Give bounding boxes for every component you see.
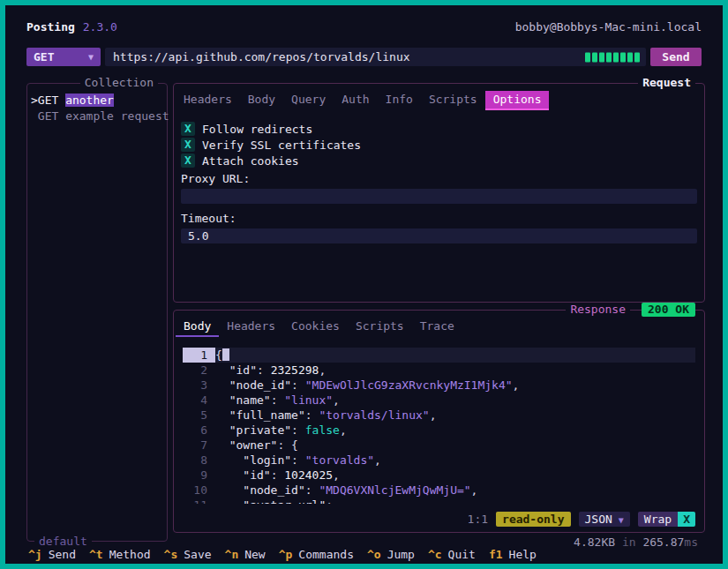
response-title: Response	[566, 303, 630, 317]
checkbox-mark: X	[181, 153, 195, 168]
checkbox-label: Follow redirects	[202, 123, 312, 136]
app-window: Posting2.3.0 bobby@Bobbys-Mac-mini.local…	[0, 0, 728, 569]
collection-item[interactable]: >GET another	[31, 93, 163, 109]
response-body-code[interactable]: 1{2 "id": 2325298,3 "node_id": "MDEwOlJl…	[183, 348, 695, 504]
posting-app: Posting2.3.0 bobby@Bobbys-Mac-mini.local…	[5, 5, 723, 564]
readonly-badge: read-only	[496, 512, 570, 527]
tab-body[interactable]: Body	[240, 91, 283, 109]
status-badge: 200 OK	[642, 303, 695, 317]
wrap-state: X	[678, 512, 695, 527]
trace-segment	[592, 52, 597, 62]
checkbox-verify-ssl-certificates[interactable]: XVerify SSL certificates	[181, 137, 697, 153]
format-select[interactable]: JSON▼	[579, 512, 630, 527]
format-label: JSON	[585, 513, 612, 526]
line-number: 4	[183, 393, 215, 408]
tab-trace[interactable]: Trace	[412, 318, 462, 335]
code-line: 11 "avatar_url":	[183, 498, 695, 504]
request-options-checkboxes: XFollow redirectsXVerify SSL certificate…	[181, 121, 697, 168]
line-number: 11	[183, 498, 215, 504]
trace-segment	[627, 52, 633, 62]
text-cursor	[222, 348, 229, 361]
tab-cookies[interactable]: Cookies	[283, 318, 348, 335]
line-number: 1	[183, 348, 215, 363]
url-bar: GET ▼ https://api.github.com/repos/torva…	[26, 48, 702, 66]
request-tabs: HeadersBodyQueryAuthInfoScriptsOptions	[176, 91, 697, 109]
code-line: 4 "name": "linux",	[183, 393, 695, 408]
chevron-down-icon: ▼	[88, 52, 94, 62]
code-line: 3 "node_id": "MDEwOlJlcG9zaXRvcnkyMzI1Mj…	[183, 378, 695, 393]
collection-item-method: GET	[38, 109, 65, 123]
checkbox-mark: X	[181, 138, 195, 152]
timeout-input[interactable]: 5.0	[181, 228, 697, 243]
checkbox-mark: X	[181, 122, 195, 136]
wrap-label: Wrap	[638, 512, 678, 527]
checkbox-attach-cookies[interactable]: XAttach cookies	[181, 153, 697, 168]
line-number: 6	[183, 423, 215, 438]
timeout-value: 5.0	[188, 229, 208, 243]
keybinding-send[interactable]: ^jSend	[28, 548, 76, 561]
collection-cursor: >	[31, 94, 38, 107]
line-number: 7	[183, 438, 215, 453]
collection-panel: Collection default >GET another GET exam…	[26, 83, 168, 542]
keybinding-save[interactable]: ^sSave	[164, 548, 212, 561]
collection-item-name: another	[65, 94, 114, 107]
collection-cursor	[31, 109, 38, 123]
host-label: bobby@Bobbys-Mac-mini.local	[515, 19, 702, 35]
method-label: GET	[34, 50, 54, 64]
checkbox-label: Verify SSL certificates	[202, 139, 361, 152]
code-line: 10 "node_id": "MDQ6VXNlcjEwMjQwMjU=",	[183, 483, 695, 498]
line-number: 3	[183, 378, 215, 393]
line-number: 8	[183, 453, 215, 468]
collection-list[interactable]: >GET another GET example request	[27, 84, 167, 133]
cursor-position: 1:1	[468, 513, 488, 526]
trace-segment	[634, 52, 640, 62]
line-number: 2	[183, 363, 215, 378]
line-number: 10	[183, 483, 215, 498]
checkbox-label: Attach cookies	[202, 154, 299, 168]
tab-body[interactable]: Body	[176, 318, 219, 335]
request-panel: Request HeadersBodyQueryAuthInfoScriptsO…	[173, 83, 705, 303]
line-number: 9	[183, 468, 215, 483]
line-number: 5	[183, 408, 215, 423]
collection-item[interactable]: GET example request	[31, 109, 163, 124]
code-line: 9 "id": 1024025,	[183, 468, 695, 483]
tab-auth[interactable]: Auth	[334, 91, 377, 109]
trace-segment	[620, 52, 626, 62]
response-status-row: 1:1 read-only JSON▼ WrapX	[468, 512, 695, 527]
tab-info[interactable]: Info	[378, 91, 421, 109]
tab-options[interactable]: Options	[485, 91, 550, 109]
wrap-toggle[interactable]: WrapX	[638, 512, 695, 527]
response-panel: Response 200 OK BodyHeadersCookiesScript…	[173, 310, 705, 533]
proxy-url-input[interactable]	[181, 189, 697, 204]
checkbox-follow-redirects[interactable]: XFollow redirects	[181, 121, 697, 137]
method-select[interactable]: GET ▼	[26, 48, 101, 66]
tab-headers[interactable]: Headers	[219, 318, 283, 335]
keybinding-commands[interactable]: ^pCommands	[279, 548, 354, 561]
chevron-down-icon: ▼	[619, 515, 624, 525]
request-title: Request	[638, 76, 695, 90]
keybinding-new[interactable]: ^nNew	[225, 548, 266, 561]
tab-scripts[interactable]: Scripts	[348, 318, 412, 335]
keybinding-help[interactable]: f1Help	[489, 548, 537, 561]
code-line: 6 "private": false,	[183, 423, 695, 438]
send-button[interactable]: Send	[650, 48, 702, 66]
collection-item-method: GET	[38, 94, 65, 107]
tab-scripts[interactable]: Scripts	[421, 91, 485, 109]
keybinding-jump[interactable]: ^oJump	[367, 548, 415, 561]
response-tabs: BodyHeadersCookiesScriptsTrace	[176, 318, 697, 335]
response-stats: 4.82KB in 265.87ms	[574, 535, 698, 549]
code-line: 7 "owner": {	[183, 438, 695, 453]
tab-query[interactable]: Query	[283, 91, 334, 109]
proxy-url-label: Proxy URL:	[181, 171, 697, 186]
trace-segment	[599, 52, 604, 62]
tab-headers[interactable]: Headers	[176, 91, 240, 109]
keybinding-quit[interactable]: ^cQuit	[428, 548, 476, 561]
url-input[interactable]: https://api.github.com/repos/torvalds/li…	[105, 48, 646, 66]
keybinding-method[interactable]: ^tMethod	[89, 548, 151, 561]
code-line: 1{	[183, 348, 695, 363]
titlebar: Posting2.3.0 bobby@Bobbys-Mac-mini.local	[26, 19, 702, 35]
app-title: Posting	[26, 20, 75, 34]
code-line: 5 "full_name": "torvalds/linux",	[183, 408, 695, 423]
url-text: https://api.github.com/repos/torvalds/li…	[113, 50, 410, 64]
trace-segment	[613, 52, 619, 62]
